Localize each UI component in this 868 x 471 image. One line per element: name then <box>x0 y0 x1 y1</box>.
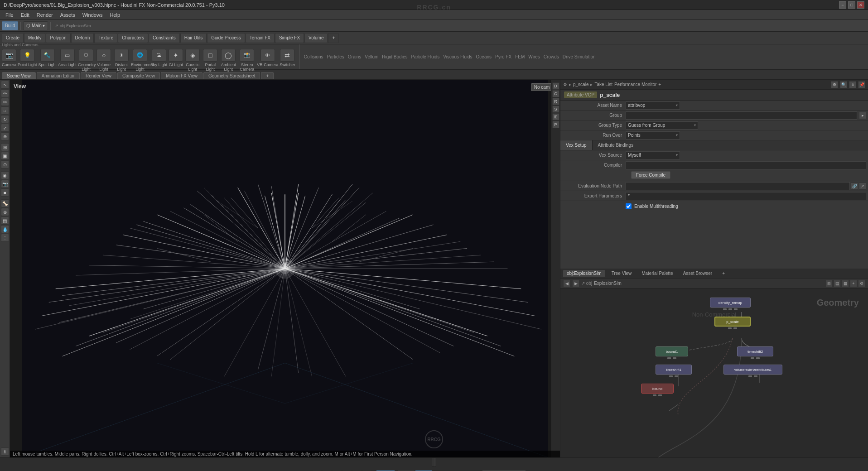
node-timeshift2[interactable]: timeshift2 <box>737 346 773 359</box>
vp-display-btn[interactable]: D <box>552 82 559 90</box>
export-params-input[interactable] <box>626 192 866 200</box>
force-compile-button[interactable]: Force Compile <box>631 171 670 179</box>
asset-name-dropdown[interactable]: attribvop ▾ <box>626 101 680 110</box>
group-input[interactable] <box>626 111 857 120</box>
menu-windows[interactable]: Windows <box>79 11 106 19</box>
breadcrumb-add[interactable]: + <box>658 82 661 87</box>
texture-button[interactable]: Texture <box>94 33 117 43</box>
hair-utils-button[interactable]: Hair Utils <box>180 33 207 43</box>
tab-geometry-spreadsheet[interactable]: Geometry Spreadsheet <box>203 72 260 79</box>
menu-render[interactable]: Render <box>33 11 57 19</box>
polygon-button[interactable]: Polygon <box>46 33 70 43</box>
switcher-tool[interactable]: ⇄ Switcher <box>280 49 295 72</box>
node-tab-material[interactable]: Material Palette <box>638 270 676 277</box>
prop-search-btn[interactable]: 🔍 <box>840 81 847 88</box>
pose-tool[interactable]: 🦴 <box>1 199 9 207</box>
volume-button[interactable]: Volume <box>304 33 328 43</box>
node-layout-btn2[interactable]: ▤ <box>834 280 841 287</box>
vp-snap-btn[interactable]: ⊞ <box>552 113 559 120</box>
prop-pin-btn[interactable]: 📌 <box>858 81 865 88</box>
rotate-tool[interactable]: ↻ <box>1 115 9 123</box>
node-volumerasterize[interactable]: volumerasterizeattributes1 <box>723 365 782 377</box>
scale-tool[interactable]: ⤢ <box>1 124 9 132</box>
breadcrumb-scale[interactable]: p_scale <box>573 82 588 87</box>
tab-render-view[interactable]: Render View <box>81 72 116 79</box>
characters-button[interactable]: Characters <box>118 33 148 43</box>
eval-expand-btn[interactable]: ↗ <box>859 183 866 190</box>
node-add-btn[interactable]: + <box>850 280 857 287</box>
run-over-dropdown[interactable]: Points ▾ <box>626 131 680 139</box>
node-canvas[interactable]: Geometry Non-Commercial <box>560 288 868 457</box>
menu-help[interactable]: Help <box>106 11 124 19</box>
caustic-light-tool[interactable]: ◈ Caustic Light <box>184 49 201 72</box>
sky-light-tool[interactable]: 🌤 Sky Light <box>150 49 167 72</box>
geometry-light-tool[interactable]: ⬡ GeometryLight <box>78 49 94 72</box>
node-layout-btn1[interactable]: ⊞ <box>825 280 833 287</box>
vp-perf-btn[interactable]: P <box>552 121 559 128</box>
guide-process-button[interactable]: Guide Process <box>207 33 245 43</box>
nav-back-btn[interactable]: ◀ <box>563 280 570 287</box>
deform-button[interactable]: Deform <box>71 33 94 43</box>
portal-light-tool[interactable]: □ Portal Light <box>202 49 218 72</box>
handle-tool[interactable]: ⊕ <box>1 132 9 140</box>
tab-scene-view[interactable]: Scene View <box>2 72 36 79</box>
build-button[interactable]: Build <box>2 21 18 30</box>
node-tab-tree[interactable]: Tree View <box>608 270 635 277</box>
tab-add[interactable]: + <box>261 72 274 79</box>
close-button[interactable]: ✕ <box>857 1 864 9</box>
spot-light-tool[interactable]: 🔦 Spot Light <box>39 49 57 72</box>
cloth-tool[interactable]: ▤ <box>1 216 9 225</box>
vp-camera-btn[interactable]: C <box>552 90 559 97</box>
group-expand-btn[interactable]: ▸ <box>859 112 866 119</box>
tab-composite-view[interactable]: Composite View <box>117 72 160 79</box>
area-light-tool[interactable]: ▭ Area Light <box>58 49 77 72</box>
node-tab-asset-browser[interactable]: Asset Browser <box>680 270 716 277</box>
distant-light-tool[interactable]: ☀ Distant Light <box>113 49 130 72</box>
tab-vex-setup[interactable]: Vex Setup <box>560 140 593 150</box>
maximize-button[interactable]: □ <box>848 1 855 9</box>
eval-link-btn[interactable]: 🔗 <box>851 183 858 190</box>
vr-cam-tool[interactable]: 👁 VR Camera <box>257 49 278 72</box>
tab-animation-editor[interactable]: Animation Editor <box>37 72 80 79</box>
node-density-remap[interactable]: density_remap <box>710 298 751 310</box>
select-tool[interactable]: ↖ <box>1 81 9 89</box>
point-light-tool[interactable]: 💡 Point Light <box>18 49 37 72</box>
node-tools-btn[interactable]: ⚙ <box>858 280 865 287</box>
node-layout-btn3[interactable]: ▦ <box>842 280 849 287</box>
add-shelf-button[interactable]: + <box>328 33 339 43</box>
terrain-fx-button[interactable]: Terrain FX <box>246 33 275 43</box>
constraints-button[interactable]: Constraints <box>149 33 180 43</box>
node-timeshift1[interactable]: timeshift1 <box>656 365 692 377</box>
paint-tool[interactable]: ✏ <box>1 89 9 97</box>
simple-fx-button[interactable]: Simple FX <box>275 33 304 43</box>
fluid-tool[interactable]: 💧 <box>1 225 9 233</box>
vp-select-btn[interactable]: S <box>552 106 559 113</box>
menu-file[interactable]: File <box>2 11 17 19</box>
render-tool[interactable]: ■ <box>1 188 9 197</box>
muscle-tool[interactable]: ⊕ <box>1 208 9 216</box>
menu-assets[interactable]: Assets <box>57 11 79 19</box>
group-type-dropdown[interactable]: Guess from Group ▾ <box>626 121 698 130</box>
stereo-cam-tool[interactable]: 📸 StereoCamera <box>238 49 256 72</box>
node-bound1[interactable]: bound1 <box>656 346 688 359</box>
breadcrumb-take-list[interactable]: Take List <box>594 82 612 87</box>
modify-button[interactable]: Modify <box>24 33 45 43</box>
vp-render-btn[interactable]: R <box>552 98 559 105</box>
multithreading-checkbox[interactable] <box>626 203 632 209</box>
node-tab-explosion[interactable]: obj:ExplosionSim <box>563 270 605 277</box>
minimize-button[interactable]: − <box>839 1 846 9</box>
env-light-tool[interactable]: 🌐 EnvironmentLight <box>131 49 149 72</box>
gi-light-tool[interactable]: ✦ GI Light <box>169 49 183 72</box>
ambient-light-tool[interactable]: ◯ Ambient Light <box>220 49 237 72</box>
pivot-tool[interactable]: ⊙ <box>1 160 9 168</box>
vex-source-dropdown[interactable]: Myself ▾ <box>626 151 680 159</box>
nav-forward-btn[interactable]: ▶ <box>572 280 579 287</box>
transform-tool[interactable]: ↔ <box>1 106 9 115</box>
snap2-tool[interactable]: ▣ <box>1 152 9 160</box>
viewport[interactable]: View No cam ▾ <box>10 80 560 457</box>
camera-tool[interactable]: 📷 Camera <box>2 49 16 72</box>
snap-tool[interactable]: ⊞ <box>1 143 9 151</box>
tab-motion-fx-view[interactable]: Motion FX View <box>161 72 203 79</box>
prop-gear-btn[interactable]: ⚙ <box>831 81 838 88</box>
camera2-tool[interactable]: 📷 <box>1 180 9 188</box>
